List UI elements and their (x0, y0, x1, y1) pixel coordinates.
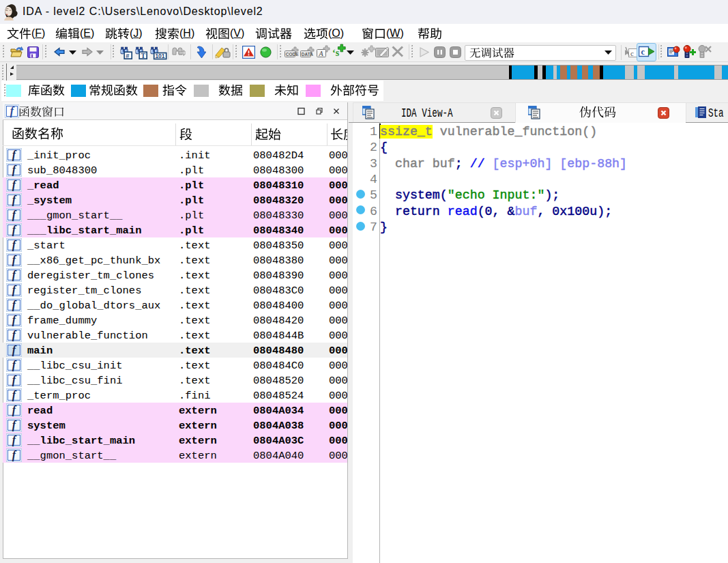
svg-text:CODE: CODE (286, 52, 299, 57)
svg-text:101: 101 (155, 53, 164, 59)
svg-text:c: c (630, 49, 634, 57)
svg-text:DATA: DATA (302, 52, 313, 57)
svg-text:#: # (126, 52, 130, 59)
svg-text:‘s: ‘s (332, 48, 340, 58)
svg-text:T: T (141, 52, 146, 59)
svg-text:A: A (319, 50, 324, 57)
svg-text:c: c (641, 47, 645, 57)
